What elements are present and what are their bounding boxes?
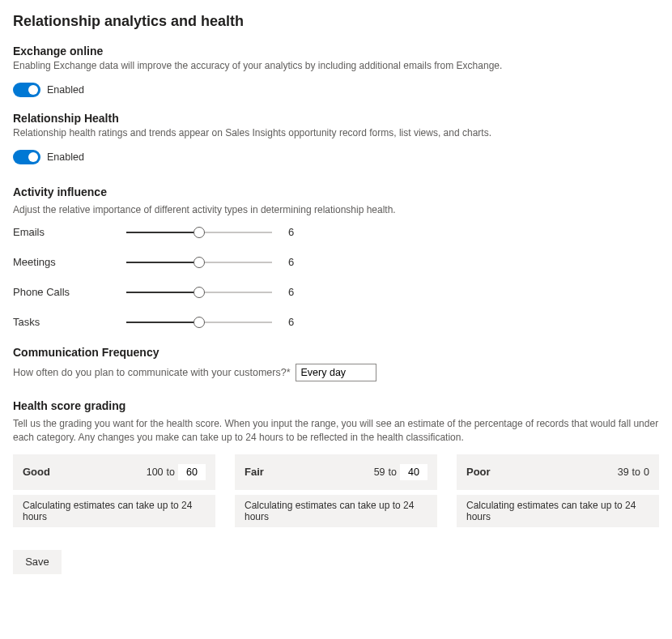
grade-card-fair: Fair 59 to Calculating estimates can tak… — [235, 454, 437, 527]
communication-frequency-select[interactable] — [296, 364, 376, 381]
exchange-toggle-label: Enabled — [47, 84, 84, 96]
emails-value: 6 — [288, 226, 304, 238]
health-toggle-label: Enabled — [47, 151, 84, 163]
phone-calls-slider[interactable] — [126, 287, 272, 298]
grade-to: to — [389, 466, 397, 478]
grade-fair-low-input[interactable] — [400, 464, 427, 480]
meetings-slider[interactable] — [126, 257, 272, 268]
health-score-grading-title: Health score grading — [13, 399, 659, 412]
grade-poor-note: Calculating estimates can take up to 24 … — [457, 495, 659, 527]
grade-fair-high: 59 — [374, 466, 385, 478]
tasks-slider[interactable] — [126, 317, 272, 328]
grade-poor-high: 39 — [618, 466, 629, 478]
activity-row-emails: Emails 6 — [13, 226, 659, 238]
grade-good-low-input[interactable] — [178, 464, 206, 480]
communication-frequency-label: How often do you plan to communicate wit… — [13, 367, 291, 378]
grade-to: to — [632, 466, 640, 478]
grade-card-poor: Poor 39 to 0 Calculating estimates can t… — [457, 454, 659, 527]
activity-row-tasks: Tasks 6 — [13, 316, 659, 328]
tasks-value: 6 — [288, 316, 304, 328]
phone-calls-value: 6 — [288, 286, 304, 298]
activity-row-meetings: Meetings 6 — [13, 256, 659, 268]
grade-good-high: 100 — [147, 466, 164, 478]
relationship-health-title: Relationship Health — [13, 112, 659, 125]
exchange-desc: Enabling Exchange data will improve the … — [13, 59, 659, 73]
health-score-grading-desc: Tell us the grading you want for the hea… — [13, 417, 659, 445]
activity-row-phone-calls: Phone Calls 6 — [13, 286, 659, 298]
emails-slider[interactable] — [126, 227, 272, 238]
meetings-value: 6 — [288, 256, 304, 268]
grade-name: Fair — [245, 466, 264, 478]
grade-name: Poor — [466, 466, 491, 478]
activity-label: Meetings — [13, 256, 126, 268]
activity-influence-title: Activity influence — [13, 185, 659, 198]
relationship-health-desc: Relationship health ratings and trends a… — [13, 126, 659, 140]
health-toggle[interactable] — [13, 150, 40, 164]
activity-label: Emails — [13, 226, 126, 238]
activity-influence-desc: Adjust the relative importance of differ… — [13, 203, 659, 217]
activity-label: Tasks — [13, 316, 126, 328]
communication-frequency-title: Communication Frequency — [13, 346, 659, 359]
grade-name: Good — [23, 466, 50, 478]
grade-poor-low: 0 — [644, 466, 649, 478]
activity-label: Phone Calls — [13, 286, 126, 298]
exchange-title: Exchange online — [13, 45, 659, 58]
grade-card-good: Good 100 to Calculating estimates can ta… — [13, 454, 215, 527]
grade-good-note: Calculating estimates can take up to 24 … — [13, 495, 215, 527]
grade-fair-note: Calculating estimates can take up to 24 … — [235, 495, 437, 527]
page-title: Relationship analytics and health — [13, 13, 659, 30]
exchange-toggle[interactable] — [13, 83, 40, 97]
save-button[interactable]: Save — [13, 550, 62, 574]
grade-to: to — [167, 466, 175, 478]
